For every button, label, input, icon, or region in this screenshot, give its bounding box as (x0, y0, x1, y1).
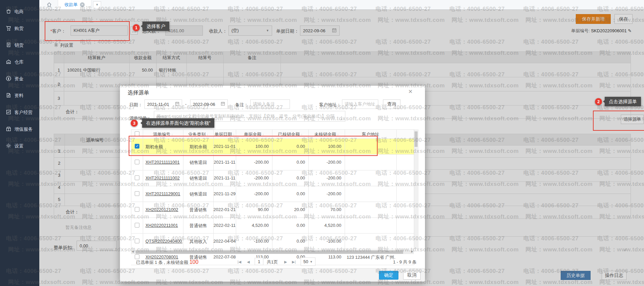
cell-remaining: -100.00 (308, 239, 341, 244)
cell-amount: -200.00 (236, 175, 269, 180)
cell-date: 2021-11-29 (213, 191, 236, 196)
next-page-icon[interactable]: ▶ (284, 260, 287, 264)
selection-summary: 已选单据 1 条 , 未核销金额 100 (136, 259, 199, 265)
sidebar-item-1[interactable]: 电商 (0, 3, 39, 20)
cell-date: 2022-02-11 (213, 223, 236, 228)
filter-address-input[interactable]: 请输入客户地址 (342, 99, 378, 109)
cell-biz-type: 普通销售 (183, 223, 213, 229)
row-checkbox[interactable] (135, 191, 139, 196)
services-icon (6, 126, 11, 133)
tab-close-icon[interactable]: ✕ (80, 2, 85, 7)
tab-dropdown-caret-icon[interactable]: ▼ (93, 1, 101, 9)
cell-written-off: 0.00 (272, 239, 305, 244)
row-checkbox[interactable] (135, 207, 139, 212)
filter-remark-label: 备注： (235, 102, 248, 108)
modal-title: 选择源单 (128, 89, 149, 96)
page-number-input[interactable]: 1 (255, 258, 263, 265)
filter-remark-input[interactable]: 请输入备注 (250, 99, 290, 109)
cell-doc-no[interactable]: XH20220708001 (145, 254, 182, 259)
cell-date: 2022-07-08 (213, 254, 236, 259)
cell-date: 2021-11-11 (213, 175, 236, 180)
sidebar-item-label: 资金 (14, 76, 24, 82)
vertical-scrollbar[interactable] (414, 129, 419, 249)
cell-amount: -100.00 (236, 239, 269, 244)
sidebar-item-label: 客户经营 (14, 110, 33, 116)
cell-remaining: 70.00 (308, 207, 341, 212)
annotation-tip-2: 点击选择源单 (605, 97, 641, 106)
sidebar-item-label: 购货 (14, 26, 24, 32)
first-page-icon[interactable]: |◀ (238, 260, 241, 264)
select-all-checkbox[interactable] (135, 131, 139, 136)
cell-biz-type: 其他收入 (183, 239, 213, 245)
page-size-select[interactable]: 50▼ (301, 257, 315, 266)
scrollbar-thumb[interactable] (415, 131, 418, 147)
sidebar-item-7[interactable]: 客户经营 (0, 104, 39, 121)
last-page-icon[interactable]: ▶| (292, 260, 296, 264)
cell-doc-no[interactable]: QTSR20220404001 (145, 239, 182, 244)
search-button[interactable]: 查询 (383, 99, 400, 109)
sidebar-item-label: 资料 (14, 93, 24, 99)
scrollbar-thumb[interactable] (136, 250, 403, 254)
cell-biz-type: 销售退回 (183, 191, 213, 197)
bag-icon (6, 8, 11, 15)
annotation-step-2: 2 (595, 98, 602, 105)
sidebar-item-label: 电商 (14, 9, 24, 15)
row-checkbox[interactable] (135, 239, 139, 243)
cell-doc-no[interactable]: XHT20211111001 (145, 160, 182, 165)
row-checkbox[interactable] (135, 223, 139, 228)
cell-date: 2022-04-04 (213, 239, 236, 244)
cart-icon (6, 25, 11, 32)
sidebar-item-3[interactable]: 销货 (0, 37, 39, 54)
cell-date: 2021-11-11 (213, 160, 236, 165)
cancel-button[interactable]: 取消 (403, 271, 421, 280)
sidebar-item-label: 增值服务 (14, 126, 33, 132)
selected-amount: 100 (189, 259, 199, 265)
annotation-box-customer (45, 21, 130, 41)
sidebar-item-5[interactable]: 资金 (0, 71, 39, 87)
sidebar-item-label: 销货 (14, 42, 24, 48)
sidebar-item-8[interactable]: 增值服务 (0, 121, 39, 138)
cell-amount: -200.00 (236, 160, 269, 165)
calendar-icon[interactable] (221, 101, 225, 107)
scroll-left-icon[interactable]: ◀ (132, 250, 134, 253)
cell-written-off: 0.00 (272, 223, 305, 228)
cell-doc-no[interactable]: XH20220211001 (145, 223, 182, 228)
cell-biz-type: 普通销售 (183, 207, 213, 213)
row-checkbox[interactable] (135, 254, 139, 259)
funds-icon (6, 76, 11, 83)
annotation-step-1: 1 (133, 24, 140, 31)
cell-amount: 113.00 (236, 254, 269, 259)
app-screen: 电商购货销货仓库资金资料客户经营增值服务设置 收款单 ✕ ▼ *客户： KH00… (0, 0, 644, 286)
home-icon[interactable] (46, 2, 52, 9)
cell-biz-type: 销售退回 (183, 160, 213, 166)
row-checkbox[interactable] (135, 160, 139, 164)
filter-date-to[interactable]: 2022-09-06 (190, 99, 228, 109)
sidebar-item-9[interactable]: 设置 (0, 138, 39, 155)
sidebar-item-label: 仓库 (14, 59, 24, 65)
calendar-icon[interactable] (175, 101, 179, 107)
cell-written-off: 0.00 (272, 175, 305, 180)
filter-date-from[interactable]: 2021-11-01 (144, 99, 182, 109)
cell-doc-no[interactable]: XH20220121002 (145, 207, 182, 212)
tab-bar: 收款单 ✕ ▼ (39, 0, 644, 10)
sidebar-item-2[interactable]: 购货 (0, 20, 39, 37)
scroll-right-icon[interactable]: ▶ (411, 250, 413, 253)
cell-amount: 90.00 (236, 207, 269, 212)
resize-handle-icon[interactable] (340, 116, 343, 121)
cell-doc-no[interactable]: XHT20211111002 (145, 175, 182, 180)
horizontal-scrollbar[interactable]: ◀ ▶ (131, 250, 414, 254)
cell-remaining: -200.00 (308, 160, 341, 165)
prev-page-icon[interactable]: ◀ (247, 260, 250, 264)
tab-receipt-doc[interactable]: 收款单 ✕ (58, 0, 91, 9)
cell-remaining: -200.00 (308, 191, 341, 196)
cell-written-off: 20.00 (272, 207, 305, 212)
cell-doc-no[interactable]: XHT20211129001 (145, 191, 182, 196)
row-checkbox[interactable] (135, 175, 139, 180)
sidebar-item-4[interactable]: 仓库 (0, 54, 39, 71)
sidebar: 电商购货销货仓库资金资料客户经营增值服务设置 (0, 0, 39, 286)
close-icon[interactable]: ✕ (408, 88, 413, 95)
confirm-button[interactable]: 确定 (379, 271, 398, 280)
sidebar-item-label: 设置 (14, 143, 24, 149)
sidebar-item-6[interactable]: 资料 (0, 87, 39, 104)
cell-date: 2022-01-21 (213, 207, 236, 212)
